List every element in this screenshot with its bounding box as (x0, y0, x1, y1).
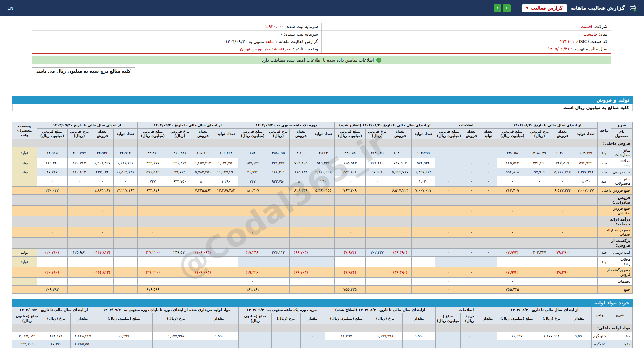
value-cell (67, 227, 91, 238)
value-cell: ۷۴۷ (137, 176, 168, 187)
value-cell: ۰ (389, 206, 411, 216)
value-cell (567, 340, 592, 348)
row-label-cell: جمع درآمد ارائه خدمات (598, 227, 633, 238)
value-cell: ۳۰۰,۷۹۷ (67, 147, 91, 158)
row-label-cell: جمع (598, 286, 633, 294)
value-cell (192, 286, 214, 294)
value-cell: ۱,۱۲۴,۲۵۰ (214, 158, 238, 168)
page-title: گزارش فعالیت ماهانه (571, 5, 625, 11)
info-value: ۱ ماهه (265, 39, 277, 44)
status-cell: تولید (12, 147, 37, 158)
value-cell: ۰ (463, 206, 480, 216)
value-cell (312, 267, 334, 278)
value-cell: ۰ (334, 206, 365, 216)
value-cell (214, 257, 238, 267)
value-cell (463, 286, 480, 294)
value-cell: ۲۳۰,۰۴۲ (37, 187, 67, 195)
value-cell: ۲۲۱,۴۶۰ (528, 158, 551, 168)
language-toggle[interactable]: EN (7, 6, 13, 11)
value-cell: ۱۶۹,۳۴۰ (37, 158, 67, 168)
nav-left-button[interactable]: ‹ (494, 4, 501, 12)
empty-cell (480, 238, 497, 249)
value-cell: ۲۰۲,۴۳۷ (528, 249, 551, 257)
value-cell (271, 340, 300, 348)
value-cell: ۰ (91, 206, 113, 216)
company-info-table: شرکت: افستنماد: چافستکد صنعت (ISIC): ۲۲۲… (32, 23, 611, 54)
value-cell: ۰ (37, 206, 67, 216)
period-group-header: دوره یک ماهه منتهی به ۱۴۰۴/۰۹/۳۰ (238, 122, 334, 129)
value-cell: ۰ (435, 267, 463, 278)
value-cell: (۶۹,۷۰۳) (289, 267, 312, 278)
value-cell: ۹۴۳,۸۱۶ (137, 187, 168, 195)
measure-header: تعداد تولید (480, 128, 497, 139)
value-cell: ۱۱,۱۳۷,۴۹۰ (214, 168, 238, 176)
value-cell: ۲۲۱,۳۷۶ (267, 158, 289, 168)
value-cell: ۴,۸۶۸,۴۴۷ (70, 332, 95, 340)
value-cell (480, 286, 497, 294)
value-cell (67, 206, 91, 216)
value-cell: ۱۲,۳۶۹,۴۸۲ (214, 187, 238, 195)
value-cell: ۰ (137, 206, 168, 216)
info-label: وضعیت ناشر: (291, 46, 318, 51)
value-cell: ۶,۳۲۷,۲۶۴ (411, 168, 435, 176)
info-label: گزارش فعالیت ماهانه (277, 39, 318, 44)
value-cell: ۶,۳۲۷,۲۶۴ (574, 168, 598, 176)
status-cell: تولید (12, 168, 37, 176)
value-cell: ۲۷۶,۱۱۴ (267, 249, 289, 257)
empty-cell (289, 195, 312, 206)
report-type-dropdown[interactable]: گزارش فعالیت ▼ (522, 4, 567, 12)
report-type-label: گزارش فعالیت (531, 6, 563, 11)
value-cell: ۴۲۴,۱۷۱ (42, 332, 70, 340)
period-group-header: از ابتدای سال مالی تا تاریخ ۱۴۰۴/۰۹/۳۰ (137, 122, 238, 129)
value-cell: ۱۰۳,۰۰۰ (389, 147, 411, 158)
product-name-cell: مقوا (608, 340, 633, 348)
measure-header: نرخ (ریال) (271, 313, 300, 324)
topbar: EN ‹ › گزارش فعالیت ▼ گزارش فعالیت ماهان… (0, 0, 644, 16)
value-cell: (۱۹,۲۴۶) (238, 267, 267, 278)
unit-cell: جلد (598, 168, 611, 176)
value-cell: ۹۳۳,۷۵۰ (168, 176, 192, 187)
value-cell: ۰ (463, 147, 480, 158)
value-cell (528, 267, 551, 278)
empty-cell (168, 139, 192, 147)
info-row: کد صنعت (ISIC): ۲۲۲۱۰۱ (322, 38, 611, 45)
measure-header: مبلغ فروش (میلیون ریال) (37, 128, 67, 139)
value-cell: ۰ (463, 158, 480, 168)
value-cell (411, 278, 435, 286)
table-row: جمع فروش صادراتی۰۰۰۰۰۰۰۰۰۰۰۰ (12, 206, 632, 216)
empty-cell (152, 324, 200, 332)
empty-cell (411, 216, 435, 227)
table-row: درآمد ارائه خدمات: (12, 216, 632, 227)
value-cell (411, 267, 435, 278)
empty-cell (551, 216, 574, 227)
unit-cell: جلد (598, 147, 611, 158)
signature-match-banner: i اطلاعات نمایش داده شده با اطلاعات امضا… (32, 56, 611, 64)
value-cell (238, 340, 271, 348)
nav-right-button[interactable]: › (503, 4, 511, 12)
table-row: جمع فروش داخلی۷,۰۰۷,۰۲۷۶,۵۱۷,۲۲۴۷۶۳,۴۰۹۰… (12, 187, 632, 195)
value-cell: ۱۲,۹۱۵ (37, 147, 67, 158)
value-cell: ۰ (91, 227, 113, 238)
empty-cell (334, 216, 365, 227)
empty-cell (334, 195, 365, 206)
value-cell: ۰ (334, 278, 365, 286)
status-header: وضعیت محصول-واحد (12, 122, 37, 139)
value-cell: ۰ (289, 257, 312, 267)
empty-cell (497, 238, 528, 249)
print-button[interactable] (629, 4, 637, 12)
value-cell (152, 340, 200, 348)
value-cell: ۴۳,۸۱۰ (137, 147, 168, 158)
value-cell: ۰ (435, 187, 463, 195)
empty-cell (463, 216, 480, 227)
value-cell: ۰ (497, 278, 528, 286)
value-cell: ۴۳,۰۵۸ (334, 147, 365, 158)
value-cell: ۰ (192, 257, 214, 267)
value-cell: (۱۰۹,۰۹۳) (192, 249, 214, 257)
value-cell (91, 278, 113, 286)
measure-header: مبلغ (میلیون ریال) (497, 313, 536, 324)
value-cell: ۶,۲۸۵,۵۵۰ (70, 340, 95, 348)
value-cell (67, 257, 91, 267)
info-suffix: منتهی به ۱۴۰۴/۰۹/۳۰ (225, 39, 265, 44)
value-cell: ۰ (551, 176, 574, 187)
value-cell: ۵۷۴,۹۲۴ (411, 158, 435, 168)
